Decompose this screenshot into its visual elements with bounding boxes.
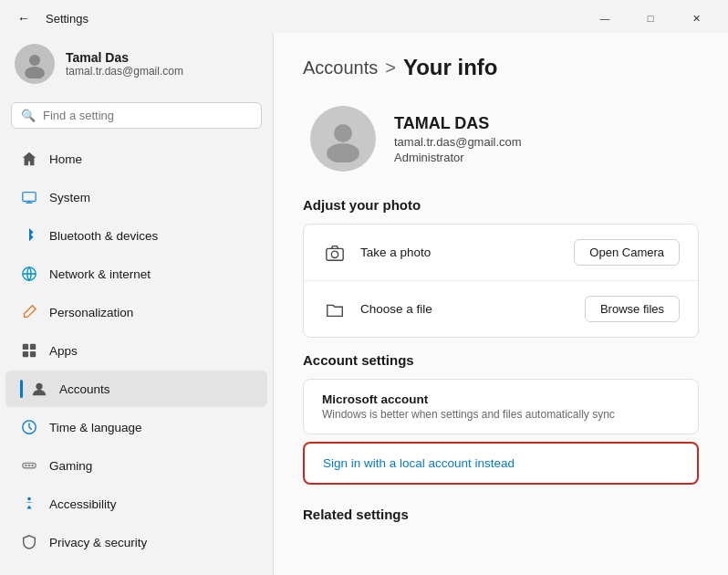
sidebar-item-label: Network & internet xyxy=(49,267,151,281)
sidebar-item-bluetooth[interactable]: Bluetooth & devices xyxy=(5,217,267,254)
breadcrumb-current: Your info xyxy=(403,55,498,80)
browse-files-button[interactable]: Browse files xyxy=(585,296,680,322)
user-card[interactable]: Tamal Das tamal.tr.das@gmail.com xyxy=(0,33,273,99)
sidebar-item-accounts[interactable]: Accounts xyxy=(5,371,267,407)
svg-point-17 xyxy=(334,124,352,142)
sidebar-item-personalization[interactable]: Personalization xyxy=(5,294,267,330)
svg-point-10 xyxy=(36,383,42,390)
maximize-button[interactable]: □ xyxy=(629,5,671,31)
app-title: Settings xyxy=(46,12,88,26)
svg-point-13 xyxy=(28,465,31,467)
apps-icon xyxy=(20,341,38,360)
sidebar-item-label: Time & language xyxy=(49,421,142,434)
sidebar-item-label: System xyxy=(49,191,90,204)
sidebar-item-label: Home xyxy=(49,152,82,166)
svg-point-16 xyxy=(27,497,31,501)
choose-file-label: Choose a file xyxy=(360,302,432,316)
profile-name: TAMAL DAS xyxy=(394,114,522,133)
bluetooth-icon xyxy=(20,226,38,245)
sidebar-item-time[interactable]: Time & language xyxy=(5,409,267,445)
sidebar-item-label: Personalization xyxy=(49,306,133,319)
profile-avatar xyxy=(310,106,376,172)
window-controls: — □ ✕ xyxy=(584,5,717,31)
accounts-icon xyxy=(30,380,48,398)
sidebar-item-accessibility[interactable]: Accessibility xyxy=(5,486,267,522)
close-button[interactable]: ✕ xyxy=(675,5,717,31)
breadcrumb: Accounts > Your info xyxy=(303,55,699,80)
adjust-photo-title: Adjust your photo xyxy=(303,197,699,213)
minimize-button[interactable]: — xyxy=(584,5,626,31)
svg-point-1 xyxy=(25,67,45,78)
sidebar-item-label: Accounts xyxy=(59,382,110,396)
accessibility-icon xyxy=(20,495,38,513)
svg-point-14 xyxy=(31,465,34,467)
search-input[interactable] xyxy=(43,109,252,122)
user-name: Tamal Das xyxy=(66,50,183,65)
home-icon xyxy=(20,150,38,168)
shield-icon xyxy=(20,533,38,551)
personalization-icon xyxy=(20,303,38,321)
svg-rect-9 xyxy=(30,351,36,357)
svg-rect-7 xyxy=(30,344,36,350)
svg-point-12 xyxy=(25,465,27,467)
user-email: tamal.tr.das@gmail.com xyxy=(66,65,183,78)
sidebar-item-label: Apps xyxy=(49,344,78,358)
svg-rect-19 xyxy=(327,248,343,260)
time-icon xyxy=(20,418,38,436)
svg-rect-2 xyxy=(23,193,36,202)
svg-point-0 xyxy=(29,55,40,66)
svg-point-20 xyxy=(331,251,338,257)
sidebar-item-label: Gaming xyxy=(49,459,92,473)
sidebar-item-network[interactable]: Network & internet xyxy=(5,256,267,292)
back-button[interactable]: ← xyxy=(11,5,36,31)
network-icon xyxy=(20,265,38,283)
microsoft-account-card: Microsoft account Windows is better when… xyxy=(303,379,699,434)
local-account-link[interactable]: Sign in with a local account instead xyxy=(303,442,699,485)
take-photo-row: Take a photo Open Camera xyxy=(304,225,698,280)
gaming-icon xyxy=(20,456,38,475)
microsoft-account-subtitle: Windows is better when settings and file… xyxy=(322,408,680,421)
take-photo-label: Take a photo xyxy=(360,246,431,259)
svg-point-18 xyxy=(327,143,359,162)
sidebar-item-system[interactable]: System xyxy=(5,179,267,215)
profile-email: tamal.tr.das@gmail.com xyxy=(394,135,522,149)
active-indicator xyxy=(20,380,23,398)
folder-icon xyxy=(322,297,348,322)
system-icon xyxy=(20,188,38,206)
related-settings-title: Related settings xyxy=(303,507,699,522)
sidebar-item-home[interactable]: Home xyxy=(5,141,267,177)
sidebar-item-label: Privacy & security xyxy=(49,536,147,549)
search-box[interactable]: 🔍 xyxy=(11,102,262,129)
sidebar: Tamal Das tamal.tr.das@gmail.com 🔍 Home … xyxy=(0,33,274,575)
open-camera-button[interactable]: Open Camera xyxy=(574,239,680,266)
sidebar-item-label: Bluetooth & devices xyxy=(49,229,158,243)
photo-options-card: Take a photo Open Camera Choose a file B… xyxy=(303,224,699,338)
breadcrumb-separator: > xyxy=(385,58,396,78)
breadcrumb-parent[interactable]: Accounts xyxy=(303,58,378,78)
svg-rect-8 xyxy=(23,351,28,357)
profile-section: TAMAL DAS tamal.tr.das@gmail.com Adminis… xyxy=(303,106,699,172)
sidebar-item-label: Accessibility xyxy=(49,497,117,511)
sidebar-item-gaming[interactable]: Gaming xyxy=(5,447,267,484)
sidebar-item-privacy[interactable]: Privacy & security xyxy=(5,524,267,560)
avatar xyxy=(15,44,55,84)
search-icon: 🔍 xyxy=(21,109,36,122)
svg-rect-6 xyxy=(23,344,28,350)
app-body: Tamal Das tamal.tr.das@gmail.com 🔍 Home … xyxy=(0,33,728,575)
choose-file-row: Choose a file Browse files xyxy=(304,280,698,337)
profile-role: Administrator xyxy=(394,151,522,164)
sidebar-item-apps[interactable]: Apps xyxy=(5,332,267,369)
microsoft-account-title: Microsoft account xyxy=(322,392,680,406)
title-bar: ← Settings — □ ✕ xyxy=(0,0,728,33)
main-content: Accounts > Your info TAMAL DAS tamal.tr.… xyxy=(274,33,728,575)
account-settings-title: Account settings xyxy=(303,352,699,368)
camera-icon xyxy=(322,240,348,266)
